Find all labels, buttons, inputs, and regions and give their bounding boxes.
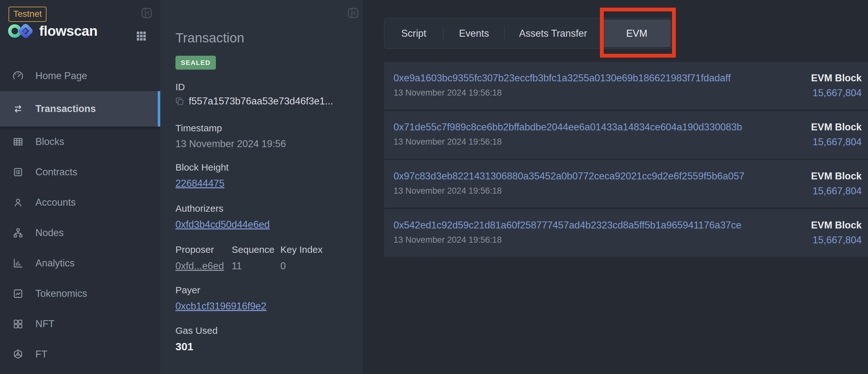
payer-link[interactable]: 0xcb1cf3196916f9e2: [176, 300, 267, 312]
id-label: ID: [176, 82, 185, 92]
panel-collapse-button[interactable]: [346, 6, 360, 20]
sidebar-item-label: Nodes: [35, 227, 64, 238]
table-row: 0xe9a1603bc9355fc307b23eccfb3bfc1a3255a0…: [384, 62, 868, 110]
tab-bar: Script Events Assets Transfer EVM: [384, 18, 672, 49]
trend-chart-icon: [12, 288, 24, 300]
speedometer-icon: [12, 70, 24, 82]
sidebar-item-label: Home Page: [35, 70, 87, 82]
four-squares-icon: [12, 318, 24, 330]
timestamp-label: Timestamp: [176, 123, 222, 134]
tab-evm[interactable]: EVM: [603, 20, 671, 47]
proposer-row: Proposer 0xfd...e6ed Sequence 11 Key Ind…: [176, 244, 322, 272]
evm-tx-hash-link[interactable]: 0x97c83d3eb8221431306880a35452a0b0772cec…: [394, 171, 744, 182]
evm-transaction-list: 0xe9a1603bc9355fc307b23eccfb3bfc1a3255a0…: [384, 62, 868, 258]
table-row: 0x71de55c7f989c8ce6bb2bffabdbe2044ee6a01…: [384, 111, 868, 159]
tab-events[interactable]: Events: [443, 18, 504, 49]
authorizers-label: Authorizers: [176, 203, 223, 214]
evm-block-label: EVM Block: [811, 121, 862, 133]
sidebar-item-home-page[interactable]: Home Page: [0, 61, 160, 91]
evm-block-number-link[interactable]: 15,667,804: [813, 87, 862, 99]
transaction-id-value: f557a1573b76aa53e73d46f3e1...: [189, 95, 333, 107]
key-index-value: 0: [280, 260, 322, 272]
collapse-panel-icon: [346, 6, 360, 20]
sidebar-item-label: NFT: [35, 318, 54, 330]
payer-label: Payer: [176, 285, 200, 295]
sidebar-item-label: Accounts: [35, 197, 76, 208]
sidebar-item-label: FT: [35, 349, 48, 360]
table-grid-icon: [12, 136, 24, 148]
evm-tx-hash-link[interactable]: 0x542ed1c92d59c21d81a60f258777457ad4b232…: [394, 220, 741, 231]
sidebar-item-blocks[interactable]: Blocks: [0, 126, 160, 157]
sidebar-item-contracts[interactable]: Contracts: [0, 157, 160, 187]
tab-script[interactable]: Script: [384, 18, 443, 49]
block-height-link[interactable]: 226844475: [176, 178, 224, 189]
evm-tx-hash-link[interactable]: 0xe9a1603bc9355fc307b23eccfb3bfc1a3255a0…: [394, 73, 731, 84]
sidebar-item-label: Blocks: [35, 136, 64, 147]
proposer-column: Proposer 0xfd...e6ed: [176, 244, 232, 272]
sidebar-item-nft[interactable]: NFT: [0, 309, 160, 339]
evm-block-number-link[interactable]: 15,667,804: [813, 234, 862, 246]
network-badge[interactable]: Testnet: [8, 7, 46, 22]
evm-tx-timestamp: 13 November 2024 19:56:18: [394, 186, 502, 196]
key-index-label: Key Index: [280, 244, 322, 255]
status-badge: SEALED: [176, 56, 216, 69]
sidebar-collapse-button[interactable]: [140, 6, 153, 20]
sidebar-item-label: Transactions: [35, 103, 96, 115]
page-title: Transaction: [176, 30, 244, 46]
evm-block-label: EVM Block: [811, 220, 862, 231]
evm-tx-timestamp: 13 November 2024 19:56:18: [394, 88, 502, 98]
sequence-value: 11: [232, 260, 280, 272]
hierarchy-icon: [12, 227, 24, 239]
apps-menu-button[interactable]: [135, 30, 147, 42]
sidebar-item-label: Tokenomics: [35, 288, 87, 299]
evm-tx-hash-link[interactable]: 0x71de55c7f989c8ce6bb2bffabdbe2044ee6a01…: [394, 121, 742, 133]
proposer-label: Proposer: [176, 244, 232, 255]
key-index-column: Key Index 0: [280, 244, 322, 272]
sidebar-item-tokenomics[interactable]: Tokenomics: [0, 279, 160, 309]
transaction-id-row: f557a1573b76aa53e73d46f3e1...: [174, 95, 333, 107]
sidebar-item-analytics[interactable]: Analytics: [0, 248, 160, 279]
sidebar-item-nodes[interactable]: Nodes: [0, 218, 160, 248]
contract-list-icon: [12, 166, 24, 178]
sequence-column: Sequence 11: [232, 244, 280, 272]
table-row: 0x542ed1c92d59c21d81a60f258777457ad4b232…: [384, 209, 868, 257]
evm-block-number-link[interactable]: 15,667,804: [813, 185, 862, 197]
copy-button[interactable]: [174, 96, 185, 107]
transfer-arrows-icon: [12, 103, 24, 115]
sidebar-item-accounts[interactable]: Accounts: [0, 187, 160, 218]
copy-icon: [174, 96, 185, 107]
person-icon: [12, 197, 24, 208]
collapse-panel-icon: [140, 6, 153, 20]
sequence-label: Sequence: [232, 244, 280, 255]
brand-logo[interactable]: flowscan: [8, 22, 97, 40]
brand-name: flowscan: [39, 23, 97, 39]
evm-content-panel: Script Events Assets Transfer EVM 0xe9a1…: [363, 0, 868, 374]
block-height-label: Block Height: [176, 162, 228, 173]
bar-chart-icon: [12, 257, 24, 269]
evm-tx-timestamp: 13 November 2024 19:56:18: [394, 235, 502, 245]
evm-block-number-link[interactable]: 15,667,804: [813, 136, 862, 148]
table-row: 0x97c83d3eb8221431306880a35452a0b0772cec…: [384, 160, 868, 207]
transaction-detail-panel: Transaction SEALED ID f557a1573b76aa53e7…: [160, 0, 363, 374]
sidebar-nav: Home Page Transactions Blocks: [0, 61, 160, 370]
flowscan-logo-icon: [8, 22, 35, 40]
grid-apps-icon: [135, 30, 147, 42]
evm-block-label: EVM Block: [811, 171, 862, 182]
evm-block-label: EVM Block: [811, 73, 862, 84]
proposer-link[interactable]: 0xfd...e6ed: [176, 260, 232, 272]
sidebar-item-label: Analytics: [35, 258, 74, 269]
sidebar-item-transactions[interactable]: Transactions: [0, 91, 160, 126]
sidebar-item-label: Contracts: [35, 167, 78, 178]
token-cube-icon: [12, 348, 24, 361]
tab-assets-transfer[interactable]: Assets Transfer: [505, 18, 601, 49]
gas-used-label: Gas Used: [176, 325, 217, 336]
evm-tx-timestamp: 13 November 2024 19:56:18: [394, 137, 502, 147]
gas-used-value: 301: [176, 341, 193, 353]
timestamp-value: 13 November 2024 19:56: [176, 138, 286, 150]
sidebar: Testnet flowscan: [0, 0, 160, 374]
authorizers-link[interactable]: 0xfd3b4cd50d44e6ed: [176, 219, 270, 230]
sidebar-item-ft[interactable]: FT: [0, 339, 160, 370]
